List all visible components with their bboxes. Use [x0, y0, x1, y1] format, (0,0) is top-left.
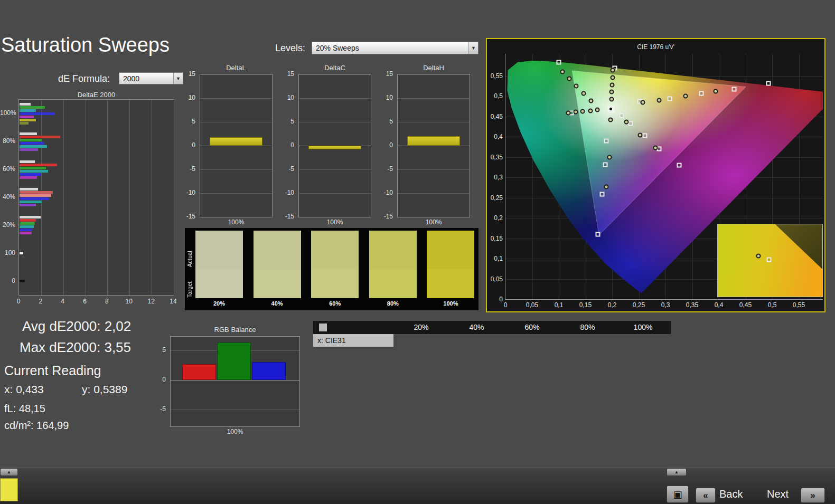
deltae-y-tick: 100%	[0, 109, 15, 117]
delta-y-tick: -5	[183, 165, 195, 173]
reading-fl: fL: 48,15	[4, 403, 45, 415]
cie-measured-circle	[567, 76, 572, 81]
levels-select[interactable]: 20% Sweeps ▼	[312, 42, 479, 54]
back-label[interactable]: Back	[719, 488, 743, 500]
cie-x-labels: 00,050,10,150,20,250,30,350,40,450,50,55	[505, 301, 823, 309]
delta-y-tick: 10	[380, 93, 393, 102]
deltae-bar-group	[20, 211, 174, 239]
delta-gridline	[299, 122, 371, 122]
de-formula-select[interactable]: 2000 ▼	[119, 72, 183, 84]
delta-gridline	[398, 98, 470, 99]
delta-chart-0-plot	[200, 74, 273, 217]
cie-measured-circle	[604, 184, 608, 189]
swatch-strip-items: 20%40%60%80%100%	[185, 228, 479, 310]
controls-scroll-up-button[interactable]: ▲	[667, 468, 687, 476]
cie-y-tick: 0,2	[488, 214, 503, 222]
cie-y-tick: 0,4	[488, 132, 503, 141]
reading-cdm2: cd/m²: 164,99	[4, 420, 69, 432]
cie-measured-circle	[574, 83, 579, 88]
swatch-target	[254, 270, 301, 298]
de-formula-value: 2000	[123, 74, 139, 83]
cie-panel: CIE 1976 u'v' 0,550,50,450,40,350,30,250…	[486, 38, 825, 312]
cie-target-square	[603, 163, 607, 167]
deltae-bar	[20, 109, 36, 112]
deltae-chart-title: DeltaE 2000	[18, 91, 174, 99]
chevron-down-icon: ▼	[468, 42, 478, 54]
window-icon: ▣	[673, 489, 682, 500]
cie-y-tick: 0,05	[488, 275, 503, 283]
cie-measured-circle	[580, 109, 585, 113]
delta-y-tick: 0	[380, 141, 393, 149]
deltae-y-tick: 20%	[0, 221, 15, 229]
rgb-y-tick: 5	[154, 346, 166, 354]
next-button[interactable]: »	[801, 488, 825, 503]
cie-x-tick: 0,15	[575, 301, 596, 309]
deltae-bar	[20, 119, 36, 121]
deltae-bar	[20, 170, 48, 173]
delta-gridline	[299, 193, 371, 194]
deltae-y-tick: 40%	[0, 193, 15, 201]
delta-y-tick: 5	[282, 117, 294, 126]
deltae-bar	[20, 145, 47, 148]
page-title: Saturation Sweeps	[1, 34, 170, 56]
cie-title: CIE 1976 u'v'	[487, 43, 824, 51]
cie-x-tick: 0,55	[789, 301, 810, 309]
deltae-bar	[20, 197, 49, 200]
cie-zoom-inset	[717, 224, 823, 297]
delta-chart-1-ylabels: 151050-5-10-15	[282, 70, 296, 221]
delta-gridline	[398, 122, 470, 122]
delta-gridline	[398, 217, 470, 217]
deltae-y-tick: 60%	[0, 165, 15, 173]
chevrons-right-icon: »	[810, 490, 815, 501]
chevrons-left-icon: «	[703, 490, 708, 501]
max-de2000: Max dE2000: 3,55	[20, 339, 131, 356]
deltae-x-tick: 10	[121, 297, 137, 306]
rgb-balance-plot	[170, 336, 300, 427]
cie-x-tick: 0,35	[682, 301, 703, 309]
deltae-bar-group	[20, 184, 174, 212]
cie-y-tick: 0,1	[488, 254, 503, 263]
deltae-bar	[20, 280, 25, 282]
swatch-target	[369, 270, 417, 298]
rgb-gridline	[171, 380, 299, 381]
delta-gridline	[200, 98, 272, 99]
delta-bar	[407, 136, 461, 146]
deltae-x-tick: 0	[11, 297, 26, 306]
delta-gridline	[200, 217, 272, 217]
swatch-40%	[254, 231, 301, 298]
deltae-x-tick: 6	[77, 297, 93, 306]
delta-chart-2-plot	[397, 74, 470, 217]
deltae-gridline	[174, 100, 174, 295]
cie-white-point-marker	[608, 106, 614, 112]
cie-measured-circle	[611, 75, 615, 80]
delta-gridline	[200, 74, 272, 75]
deltae-bar-group	[20, 239, 174, 267]
deltal-x-label: 100%	[200, 218, 273, 226]
cie-x-axis-line	[505, 299, 823, 300]
delta-y-tick: -5	[282, 165, 294, 173]
swatch-100%	[427, 231, 474, 298]
results-table: 20%40%60%80%100%x: CIE31	[313, 321, 671, 347]
back-button[interactable]: «	[696, 488, 716, 503]
deltae-bar	[20, 204, 36, 206]
window-mode-button[interactable]: ▣	[667, 486, 689, 503]
next-label[interactable]: Next	[767, 488, 789, 500]
deltae-bar	[20, 139, 42, 141]
cie-measured-circle	[640, 100, 645, 105]
cie-target-square	[642, 133, 647, 138]
delta-y-tick: 10	[282, 93, 294, 102]
cie-x-tick: 0,3	[655, 301, 676, 309]
rgb-balance-x-label: 100%	[170, 428, 300, 435]
cie-measured-circle	[656, 98, 661, 102]
levels-label: Levels:	[275, 43, 305, 54]
reading-x: x: 0,433	[4, 383, 44, 396]
cie-measured-circle	[574, 110, 578, 115]
cie-target-square	[766, 81, 771, 86]
table-column-header: 20%	[393, 321, 449, 334]
rgb-bar	[252, 362, 286, 380]
cie-measured-circle	[595, 108, 599, 112]
swatch-actual	[195, 231, 243, 270]
cie-measured-circle	[683, 94, 688, 99]
table-corner-box	[319, 324, 327, 331]
swatch-actual	[311, 231, 359, 270]
